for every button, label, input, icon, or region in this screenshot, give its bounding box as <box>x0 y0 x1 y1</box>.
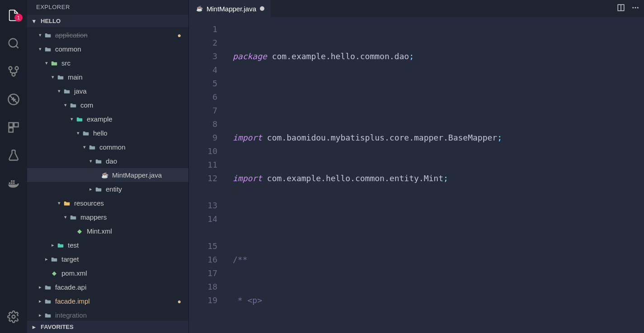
tree-item-common[interactable]: ▾common <box>27 140 188 154</box>
tree-label: Mint.xml <box>87 227 112 235</box>
arrow-icon: ▾ <box>56 200 62 206</box>
debug-icon[interactable] <box>3 89 24 110</box>
tab-actions <box>617 0 644 17</box>
tab-bar: ☕ MintMapper.java <box>189 0 644 17</box>
tree-item-pom-xml[interactable]: ◆pom.xml <box>27 266 188 280</box>
tree-item-integration[interactable]: ▸integration <box>27 308 188 321</box>
arrow-icon: ▸ <box>88 186 94 192</box>
sidebar-title: EXPLORER <box>27 0 188 15</box>
section-hello[interactable]: ▾ HELLO <box>27 15 188 27</box>
tree-label: src <box>61 59 71 67</box>
modified-dot-icon <box>260 6 264 11</box>
tree-item-facade-api[interactable]: ▸facade.api <box>27 280 188 294</box>
tree-item-test[interactable]: ▸test <box>27 238 188 252</box>
tree-label: java <box>74 87 87 95</box>
tree-label: main <box>68 73 83 81</box>
arrow-icon: ▾ <box>69 116 75 122</box>
tree-item-mappers[interactable]: ▾mappers <box>27 210 188 224</box>
line-number: 15 <box>189 239 217 253</box>
tree-label: integration <box>55 311 87 319</box>
line-number: 4 <box>189 63 217 77</box>
arrow-icon: ▾ <box>56 88 62 94</box>
tree-item-hello[interactable]: ▾hello <box>27 126 188 140</box>
line-gutter: 12345678910111213141516171819 <box>189 17 227 333</box>
line-number: 2 <box>189 36 217 50</box>
tree-item-src[interactable]: ▾src <box>27 56 188 70</box>
line-number: 17 <box>189 267 217 280</box>
tree-item-entity[interactable]: ▸entity <box>27 182 188 196</box>
tree-label: dao <box>106 157 117 165</box>
arrow-icon: ▸ <box>37 298 43 304</box>
line-number: 7 <box>189 104 217 117</box>
section-label: HELLO <box>41 18 61 24</box>
tree-label: target <box>61 255 79 263</box>
line-number: 14 <box>189 212 217 226</box>
svg-rect-11 <box>11 180 13 182</box>
modified-indicator-icon: ● <box>178 32 181 39</box>
tree-label: facade.impl <box>55 297 90 305</box>
settings-gear-icon[interactable] <box>3 306 24 328</box>
tree-item-dao[interactable]: ▾dao <box>27 154 188 168</box>
tree-label: mappers <box>80 213 107 221</box>
arrow-icon: ▾ <box>43 60 50 66</box>
tree-item-example[interactable]: ▾example <box>27 112 188 126</box>
test-icon[interactable] <box>3 145 24 166</box>
svg-point-18 <box>637 7 639 9</box>
arrow-icon: ▾ <box>50 74 56 80</box>
tree-item-java[interactable]: ▾java <box>27 84 188 98</box>
svg-point-2 <box>15 67 19 70</box>
tree-label: common <box>55 45 81 53</box>
line-number: 5 <box>189 77 217 90</box>
svg-point-1 <box>9 67 12 70</box>
tree-item-facade-impl[interactable]: ▸facade.impl● <box>27 294 188 308</box>
tree-label: com <box>80 101 93 109</box>
arrow-icon: ▾ <box>75 130 81 136</box>
search-icon[interactable] <box>3 33 24 54</box>
tree-item-resources[interactable]: ▾resources <box>27 196 188 210</box>
code-editor[interactable]: 12345678910111213141516171819 package co… <box>189 17 644 333</box>
split-editor-icon[interactable] <box>617 4 625 14</box>
code-content[interactable]: package com.example.hello.common.dao; im… <box>227 17 644 333</box>
tree-label: MintMapper.java <box>112 171 162 179</box>
tree-item-target[interactable]: ▸target <box>27 252 188 266</box>
arrow-icon: ▸ <box>37 284 43 290</box>
tree-label: application <box>55 31 88 39</box>
extensions-icon[interactable] <box>3 117 24 138</box>
tree-label: hello <box>93 129 108 137</box>
java-icon: ☕ <box>196 5 203 12</box>
section-favorites[interactable]: ▸ FAVORITES <box>27 321 188 333</box>
arrow-icon: ▸ <box>37 312 43 318</box>
tree-item-com[interactable]: ▾com <box>27 98 188 112</box>
arrow-icon: ▸ <box>50 242 56 248</box>
source-control-icon[interactable] <box>3 61 24 82</box>
section-label: FAVORITES <box>41 324 74 330</box>
tree-item-common[interactable]: ▾common <box>27 42 188 56</box>
tree-item-main[interactable]: ▾main <box>27 70 188 84</box>
svg-rect-7 <box>9 128 13 132</box>
svg-point-17 <box>635 7 636 9</box>
svg-rect-10 <box>13 183 15 184</box>
svg-point-13 <box>12 315 15 319</box>
line-number: 13 <box>189 199 217 212</box>
line-number: 19 <box>189 294 217 307</box>
tab-mintmapper[interactable]: ☕ MintMapper.java <box>189 0 271 17</box>
svg-rect-6 <box>14 123 18 127</box>
tree-label: test <box>68 241 79 249</box>
line-number: 3 <box>189 50 217 63</box>
more-icon[interactable] <box>631 4 639 14</box>
arrow-icon: ▾ <box>88 158 94 164</box>
tab-label: MintMapper.java <box>207 5 256 13</box>
tree-label: pom.xml <box>61 269 87 277</box>
tree-item-application[interactable]: ▾application● <box>27 28 188 42</box>
line-number: 18 <box>189 280 217 294</box>
explorer-icon[interactable]: 1 <box>3 5 24 26</box>
arrow-icon: ▾ <box>37 32 43 38</box>
line-number: 6 <box>189 90 217 104</box>
xml-icon: ◆ <box>50 270 59 277</box>
tree-item-MintMapper-java[interactable]: ☕MintMapper.java <box>27 168 188 182</box>
docker-icon[interactable] <box>3 173 24 194</box>
tree-item-Mint-xml[interactable]: ◆Mint.xml <box>27 224 188 238</box>
chevron-right-icon: ▸ <box>33 324 38 330</box>
file-tree: ▾application●▾common▾src▾main▾java▾com▾e… <box>27 27 188 321</box>
modified-indicator-icon: ● <box>178 298 181 305</box>
